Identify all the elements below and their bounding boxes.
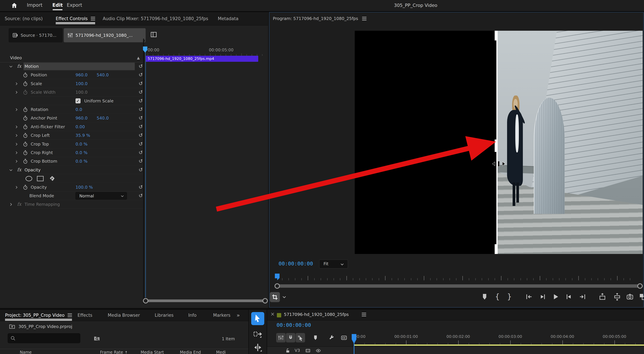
reset-parameter-icon[interactable]: ↺: [138, 89, 143, 95]
timeline-ruler[interactable]: :00:0000:00:01:0000:00:02:0000:00:03:000…: [352, 333, 644, 345]
add-marker-button[interactable]: [480, 293, 488, 301]
stopwatch-icon[interactable]: [22, 72, 28, 78]
close-sequence-icon[interactable]: ×: [270, 311, 275, 317]
reset-parameter-icon[interactable]: ↺: [138, 80, 143, 86]
reset-parameter-icon[interactable]: ↺: [138, 106, 143, 112]
program-scroll-knob-right[interactable]: [637, 283, 643, 289]
go-to-out-button[interactable]: [578, 293, 586, 301]
stopwatch-icon[interactable]: [22, 89, 28, 95]
step-forward-button[interactable]: [565, 293, 573, 301]
param-value[interactable]: 0.00: [76, 124, 85, 129]
param-value[interactable]: 0.0 %: [76, 142, 88, 146]
param-value[interactable]: 960.0: [76, 116, 88, 120]
program-panel-menu-icon[interactable]: [362, 17, 366, 20]
twirl-icon[interactable]: [14, 159, 18, 163]
mark-in-button[interactable]: {: [493, 293, 501, 301]
program-monitor-title[interactable]: Program: 5717096-hd_1920_1080_25fps: [273, 16, 358, 21]
twirl-icon[interactable]: [9, 168, 13, 172]
reset-parameter-icon[interactable]: ↺: [138, 184, 143, 190]
tab-source-no-clips-[interactable]: Source: (no clips): [5, 16, 42, 21]
ec-source-clip-tab[interactable]: Source · 57170...: [9, 28, 62, 42]
tab-overflow-chevron[interactable]: »: [236, 312, 240, 318]
stopwatch-icon[interactable]: [22, 81, 28, 87]
stopwatch-icon[interactable]: [22, 106, 28, 113]
param-value[interactable]: 960.0: [76, 72, 88, 78]
tab-media-browser[interactable]: Media Browser: [108, 313, 140, 318]
tab-effect-controls[interactable]: Effect Controls: [56, 16, 95, 21]
crop-handle-top[interactable]: [495, 31, 498, 40]
nest-sequences-button[interactable]: [276, 333, 286, 342]
twirl-icon[interactable]: [9, 202, 13, 207]
video-frame[interactable]: [497, 31, 643, 254]
sync-lock-icon[interactable]: [305, 348, 311, 354]
add-marker-button[interactable]: [311, 333, 320, 342]
twirl-icon[interactable]: [14, 185, 18, 189]
column-name[interactable]: Name: [20, 350, 32, 354]
selection-tool-button[interactable]: [251, 312, 264, 325]
stopwatch-icon[interactable]: [22, 184, 28, 190]
panel-menu-icon[interactable]: [68, 314, 72, 317]
effect-name[interactable]: Time Remapping: [24, 202, 60, 207]
tab-info[interactable]: Info: [188, 313, 196, 318]
reset-parameter-icon[interactable]: ↺: [138, 150, 143, 156]
navigate-up-folder-icon[interactable]: [9, 323, 16, 330]
twirl-icon[interactable]: [14, 134, 18, 138]
reset-parameter-icon[interactable]: ↺: [138, 63, 143, 69]
ec-clip-bar[interactable]: 5717096-hd_1920_1080_25fps.mp4: [146, 56, 258, 62]
twirl-icon[interactable]: [14, 82, 18, 86]
go-to-in-button[interactable]: [525, 293, 533, 301]
snap-button[interactable]: [286, 333, 295, 342]
linked-selection-button[interactable]: [296, 333, 305, 342]
twirl-icon[interactable]: [14, 108, 18, 112]
blend-mode-dropdown[interactable]: Normal: [76, 192, 127, 200]
tab-audio-clip-mixer-hd-fps[interactable]: Audio Clip Mixer: 5717096-hd_1920_1080_2…: [103, 16, 208, 21]
column-frame-rate[interactable]: Frame Rate: [100, 350, 128, 354]
menu-edit[interactable]: Edit: [52, 2, 63, 8]
reset-parameter-icon[interactable]: ↺: [138, 141, 143, 147]
ec-splitter[interactable]: [143, 38, 144, 304]
column-media-start[interactable]: Media Start: [140, 350, 164, 354]
column-medi[interactable]: Medi: [216, 350, 226, 354]
reset-parameter-icon[interactable]: ↺: [138, 132, 143, 138]
effect-name[interactable]: Motion: [24, 64, 39, 69]
home-icon[interactable]: [11, 2, 18, 9]
stopwatch-icon[interactable]: [22, 115, 28, 121]
stopwatch-icon[interactable]: [22, 158, 28, 164]
param-value[interactable]: 0.0 %: [76, 159, 88, 164]
ripple-edit-tool-button[interactable]: [253, 342, 262, 352]
column-media-end[interactable]: Media End: [180, 350, 201, 354]
param-value[interactable]: 100.0 %: [76, 185, 93, 190]
panel-menu-icon[interactable]: [91, 17, 95, 20]
stopwatch-icon[interactable]: [22, 124, 28, 130]
zoom-level-dropdown[interactable]: Fit: [319, 260, 348, 268]
crop-handle-bottom[interactable]: [495, 244, 498, 254]
ec-ruler-ticks[interactable]: [144, 54, 268, 56]
pen-mask-icon[interactable]: [48, 175, 56, 182]
tab-markers[interactable]: Markers: [213, 313, 230, 318]
twirl-icon[interactable]: [14, 125, 18, 129]
stopwatch-icon[interactable]: [22, 150, 28, 156]
tab-metadata[interactable]: Metadata: [218, 16, 238, 21]
program-scrollbar[interactable]: [274, 284, 643, 288]
rectangle-mask-icon[interactable]: [36, 175, 45, 182]
twirl-icon[interactable]: [14, 151, 18, 155]
program-timecode[interactable]: 00:00:00:00: [278, 260, 313, 266]
reset-parameter-icon[interactable]: ↺: [138, 115, 143, 121]
param-value[interactable]: 540.0: [97, 116, 109, 120]
timeline-panel-menu-icon[interactable]: [362, 313, 366, 316]
reset-parameter-icon[interactable]: ↺: [138, 124, 143, 130]
program-scroll-knob-left[interactable]: [274, 283, 280, 289]
effect-name[interactable]: Opacity: [24, 168, 40, 172]
stopwatch-icon[interactable]: [22, 141, 28, 147]
twirl-icon[interactable]: [9, 64, 13, 69]
track-select-forward-tool-button[interactable]: [253, 329, 262, 339]
menu-export[interactable]: Export: [67, 2, 82, 8]
stopwatch-icon[interactable]: [22, 132, 28, 138]
twirl-icon[interactable]: [14, 142, 18, 146]
step-back-button[interactable]: [538, 293, 547, 301]
param-value[interactable]: 35.9 %: [76, 133, 90, 138]
param-value[interactable]: 100.0: [76, 90, 88, 95]
project-breadcrumb[interactable]: 305_PP_Crop Video.prproj: [18, 324, 72, 329]
param-value[interactable]: 0.0 %: [76, 150, 88, 155]
reset-parameter-icon[interactable]: ↺: [138, 158, 143, 164]
